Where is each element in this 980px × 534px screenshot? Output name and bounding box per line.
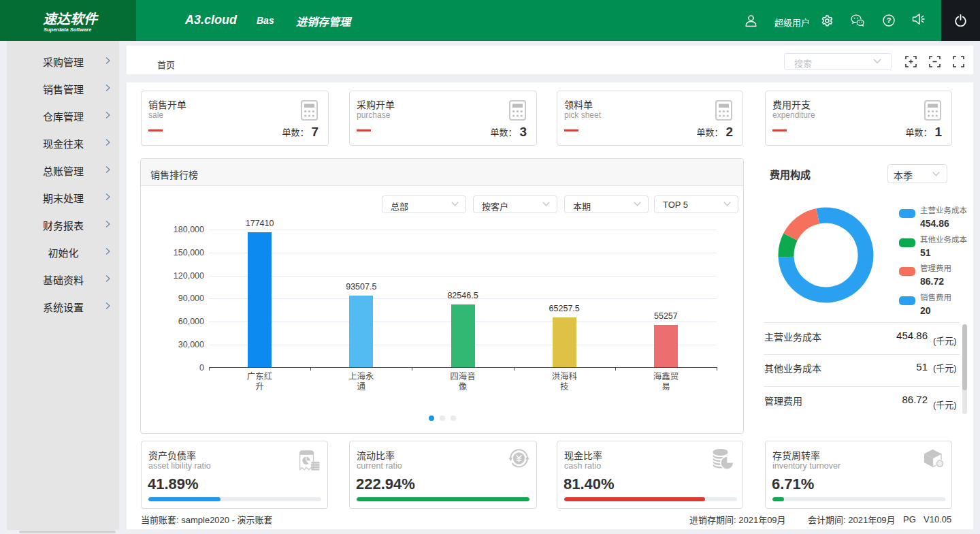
svg-text:?: ? — [887, 16, 892, 25]
